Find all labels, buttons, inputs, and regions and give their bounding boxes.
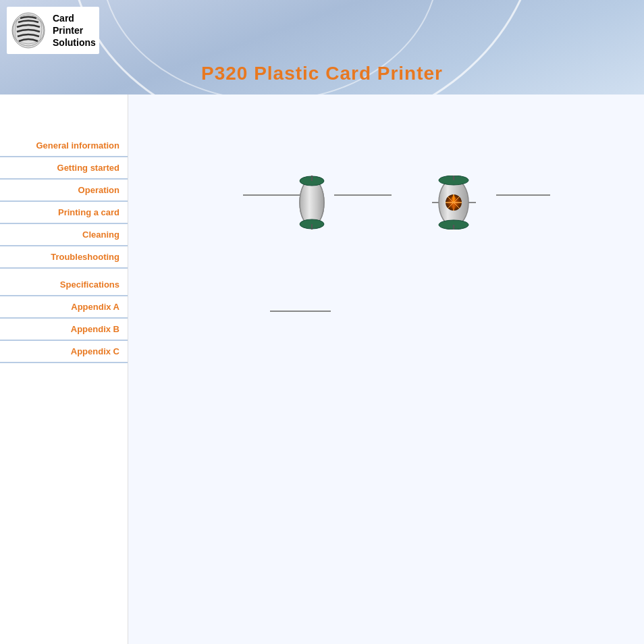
line-left [243, 194, 304, 196]
diagram-area [230, 162, 610, 297]
sidebar-item-troubleshooting[interactable]: Troubleshooting [0, 246, 128, 269]
line-right [496, 194, 550, 196]
sidebar-item-appendix-b[interactable]: Appendix B [0, 319, 128, 341]
sidebar-item-cleaning[interactable]: Cleaning [0, 224, 128, 246]
line-middle [334, 194, 392, 196]
logo-text: Card Printer Solutions [53, 12, 96, 49]
roller-left [297, 176, 327, 232]
main-layout: General information Getting started Oper… [0, 95, 644, 644]
sidebar-item-specifications[interactable]: Specifications [0, 274, 128, 296]
sidebar-item-appendix-a[interactable]: Appendix A [0, 296, 128, 319]
roller-right-svg [432, 176, 476, 230]
sidebar-item-appendix-c[interactable]: Appendix C [0, 341, 128, 363]
logo-area: Card Printer Solutions [7, 7, 99, 54]
sidebar-item-getting-started[interactable]: Getting started [0, 157, 128, 180]
page-title: P320 Plastic Card Printer [0, 63, 644, 84]
zebra-logo [10, 10, 47, 51]
logo-line1: Card [53, 12, 96, 24]
logo-line2: Printer [53, 24, 96, 36]
roller-right [432, 176, 476, 232]
content-area [128, 95, 644, 644]
logo-line3: Solutions [53, 36, 96, 49]
roller-left-svg [297, 176, 327, 230]
sidebar: General information Getting started Oper… [0, 95, 128, 644]
header: Card Printer Solutions P320 Plastic Card… [0, 0, 644, 95]
sidebar-item-printing-a-card[interactable]: Printing a card [0, 202, 128, 224]
sidebar-item-general-information[interactable]: General information [0, 135, 128, 157]
line-below-left [270, 311, 331, 312]
sidebar-item-operation[interactable]: Operation [0, 180, 128, 202]
